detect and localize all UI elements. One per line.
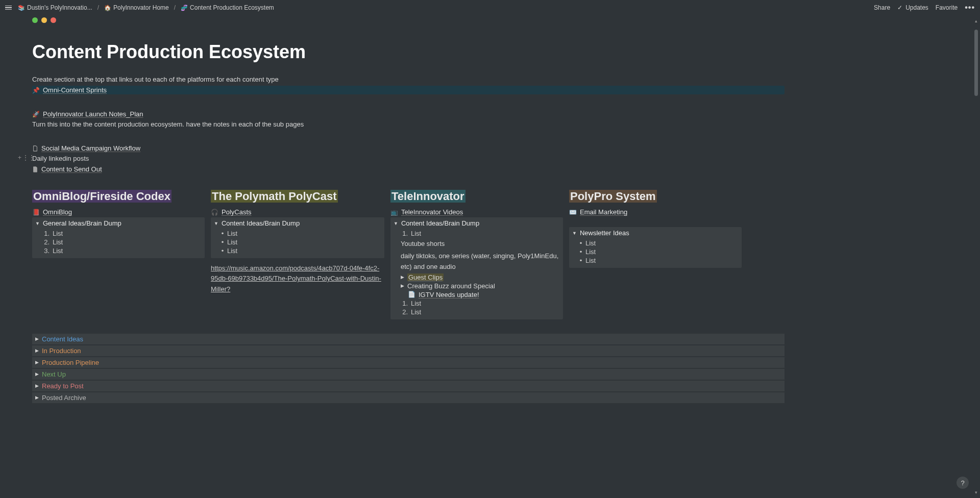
breadcrumb-label: Dustin's PolyInnovatio... <box>27 4 92 11</box>
rocket-icon: 🚀 <box>32 111 40 118</box>
traffic-light-red <box>51 17 56 23</box>
email-marketing-link[interactable]: ✉️ Email Marketing <box>569 208 742 216</box>
omniblog-toggle[interactable]: ▼ General Ideas/Brain Dump 1.List2.List3… <box>32 217 205 258</box>
igtv-page-link[interactable]: 📄 IGTV Needs update! <box>408 291 560 298</box>
red-book-icon: 📕 <box>32 209 40 216</box>
toggle-production-pipeline[interactable]: ▶Production Pipeline <box>32 357 785 368</box>
breadcrumb-sep: / <box>174 4 176 11</box>
sidebar-toggle[interactable] <box>5 6 12 10</box>
share-button[interactable]: Share <box>874 4 890 11</box>
triangle-down-icon: ▼ <box>394 221 398 226</box>
triangle-right-icon: ▶ <box>401 283 404 288</box>
list-item[interactable]: 2.List <box>401 308 560 316</box>
scroll-down-icon[interactable]: ▾ <box>975 490 977 495</box>
omni-sprints-link[interactable]: 📌 Omni-Content Sprints <box>32 86 785 94</box>
polycast-heading: The Polymath PolyCast <box>211 190 338 203</box>
launch-notes-link[interactable]: 🚀 PolyInnovator Launch Notes_Plan <box>32 110 785 118</box>
scroll-up-icon[interactable]: ▴ <box>975 18 977 23</box>
book-icon: 📚 <box>18 5 25 11</box>
triangle-right-icon: ▶ <box>35 348 39 353</box>
more-menu-button[interactable]: ••• <box>965 3 975 12</box>
list-item[interactable]: •List <box>579 239 739 247</box>
social-workflow-link[interactable]: Social Media Campaign Workflow <box>32 144 785 153</box>
check-icon: ✓ <box>897 4 902 11</box>
triangle-down-icon: ▼ <box>572 231 577 236</box>
list-item[interactable]: 2.List <box>42 238 202 246</box>
guest-clips-toggle[interactable]: ▶ Guest Clips <box>401 273 560 282</box>
tv-icon: 📺 <box>390 209 398 216</box>
polypro-heading: PolyPro System <box>569 190 657 203</box>
traffic-light-green <box>32 17 38 23</box>
envelope-icon: ✉️ <box>569 209 577 216</box>
youtube-shorts-text: Youtube shorts <box>401 238 560 250</box>
breadcrumb-sep: / <box>97 4 99 11</box>
toggle-ready-to-post[interactable]: ▶Ready to Post <box>32 381 785 391</box>
triangle-right-icon: ▶ <box>35 360 39 365</box>
triangle-right-icon: ▶ <box>35 383 39 388</box>
turn-note-text: Turn this into the the content productio… <box>32 119 785 130</box>
teleinnovator-page-link[interactable]: 📺 TeleInnovator Videos <box>390 208 563 216</box>
list-item[interactable]: •List <box>221 229 381 238</box>
house-icon: 🏠 <box>104 5 111 11</box>
add-block-button[interactable]: + <box>18 154 21 161</box>
list-item[interactable]: •List <box>221 238 381 246</box>
breadcrumb-label: PolyInnovator Home <box>113 4 169 11</box>
list-item[interactable]: 1.List <box>42 229 202 238</box>
dna-icon: 🧬 <box>181 5 188 11</box>
creating-buzz-toggle[interactable]: ▶ Creating Buzz around Special <box>401 282 560 290</box>
pin-icon: 📌 <box>32 87 40 94</box>
headphones-icon: 🎧 <box>211 209 218 216</box>
triangle-right-icon: ▶ <box>35 336 39 341</box>
content-out-link[interactable]: Content to Send Out <box>32 165 785 173</box>
list-item[interactable]: 1.List <box>401 299 560 308</box>
polycasts-page-link[interactable]: 🎧 PolyCasts <box>211 208 384 216</box>
breadcrumb-label: Content Production Ecosystem <box>190 4 274 11</box>
list-item[interactable]: 3.List <box>42 246 202 255</box>
teleinnovator-heading: TeleInnovator <box>390 190 465 203</box>
updates-button[interactable]: ✓Updates <box>897 4 928 11</box>
triangle-right-icon: ▶ <box>401 275 404 280</box>
traffic-light-yellow <box>41 17 47 23</box>
drag-handle[interactable]: ⋮⋮ <box>22 154 35 161</box>
breadcrumb-item-workspace[interactable]: 📚 Dustin's PolyInnovatio... <box>16 3 94 12</box>
toggle-next-up[interactable]: ▶Next Up <box>32 369 785 380</box>
list-item[interactable]: •List <box>221 246 381 255</box>
omniblog-page-link[interactable]: 📕 OmniBlog <box>32 208 205 216</box>
list-item[interactable]: •List <box>579 247 739 256</box>
toggle-content-ideas[interactable]: ▶Content Ideas <box>32 334 785 344</box>
daily-tiktoks-text: daily tiktoks, one series (water, singin… <box>401 250 560 272</box>
polycast-toggle[interactable]: ▼ Content Ideas/Brain Dump •List•List•Li… <box>211 217 384 258</box>
intro-text: Create section at the top that links out… <box>32 74 785 85</box>
toggle-in-production[interactable]: ▶In Production <box>32 345 785 356</box>
tele-toggle[interactable]: ▼ Content Ideas/Brain Dump 1.List Youtub… <box>390 217 563 319</box>
amazon-music-link[interactable]: https://music.amazon.com/podcasts/4acb70… <box>211 263 384 294</box>
scrollbar-thumb[interactable] <box>974 30 978 96</box>
page-icon: 📄 <box>408 291 415 298</box>
list-item[interactable]: •List <box>579 256 739 265</box>
help-button[interactable]: ? <box>957 477 969 489</box>
page-title: Content Production Ecosystem <box>32 41 785 63</box>
triangle-right-icon: ▶ <box>35 371 39 377</box>
list-item[interactable]: 1.List <box>401 229 560 238</box>
triangle-down-icon: ▼ <box>35 221 40 226</box>
window-traffic-lights <box>32 17 980 23</box>
breadcrumb-item-home[interactable]: 🏠 PolyInnovator Home <box>102 3 171 12</box>
favorite-button[interactable]: Favorite <box>936 4 958 11</box>
toggle-posted-archive[interactable]: ▶Posted Archive <box>32 392 785 403</box>
triangle-down-icon: ▼ <box>214 221 218 226</box>
newsletter-toggle[interactable]: ▼ Newsletter Ideas •List•List•List <box>569 227 742 268</box>
document-icon <box>32 145 38 152</box>
omniblog-heading: OmniBlog/Fireside Codex <box>32 190 172 203</box>
document-icon <box>32 166 38 172</box>
triangle-right-icon: ▶ <box>35 395 39 400</box>
linkedin-text[interactable]: Daily linkedin posts <box>32 153 785 164</box>
breadcrumb-item-current[interactable]: 🧬 Content Production Ecosystem <box>179 3 276 12</box>
